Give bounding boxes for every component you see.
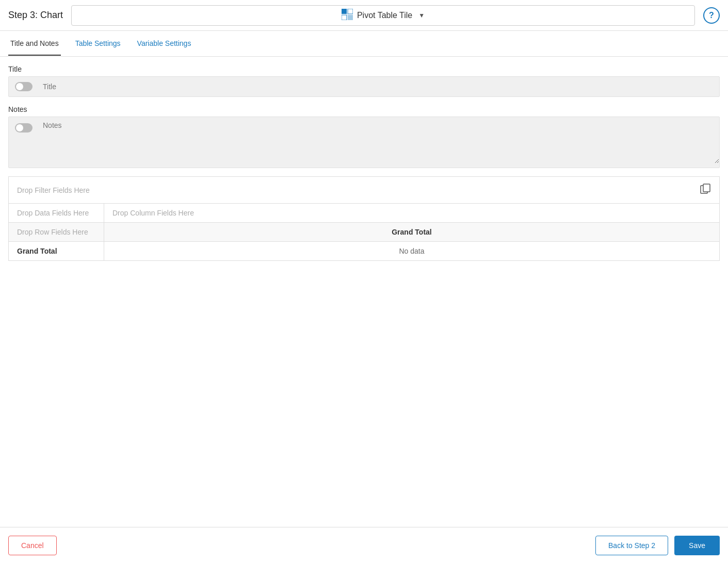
tile-name: Pivot Table Tile (357, 11, 412, 20)
notes-row (8, 117, 720, 168)
row-grand-header-row: Drop Row Fields Here Grand Total (9, 223, 719, 242)
grand-total-data-row: Grand Total No data (9, 242, 719, 260)
tab-table-settings[interactable]: Table Settings (73, 32, 123, 56)
column-fields-drop-zone[interactable]: Drop Column Fields Here (104, 204, 719, 222)
title-input[interactable] (39, 82, 719, 91)
notes-textarea[interactable] (39, 117, 719, 163)
pivot-table-area: Drop Filter Fields Here Drop Data Fields… (8, 176, 720, 261)
filter-row: Drop Filter Fields Here (9, 177, 719, 204)
title-row (8, 76, 720, 97)
cancel-button[interactable]: Cancel (8, 536, 57, 555)
help-button[interactable]: ? (703, 7, 720, 24)
main-content: Title Notes Drop Filter Fields Here (0, 57, 728, 261)
grand-total-header: Grand Total (104, 223, 719, 241)
notes-toggle-wrap (9, 117, 39, 139)
save-button[interactable]: Save (674, 536, 720, 555)
pivot-table-icon (342, 9, 353, 22)
svg-rect-1 (348, 9, 353, 14)
back-to-step-button[interactable]: Back to Step 2 (595, 536, 668, 555)
title-toggle-wrap (9, 82, 39, 91)
notes-section: Notes (8, 105, 720, 168)
copy-layout-icon[interactable] (700, 183, 711, 197)
notes-toggle[interactable] (15, 123, 33, 133)
header: Step 3: Chart Pivot Table Tile ▼ ? (0, 0, 728, 31)
svg-rect-5 (703, 184, 710, 192)
data-fields-drop-zone[interactable]: Drop Data Fields Here (9, 204, 104, 222)
row-fields-drop-zone[interactable]: Drop Row Fields Here (9, 223, 104, 241)
dropdown-arrow-icon: ▼ (418, 12, 425, 19)
grand-total-label: Grand Total (9, 242, 104, 260)
filter-drop-zone[interactable]: Drop Filter Fields Here (17, 186, 90, 194)
title-section-label: Title (8, 65, 720, 73)
step-title: Step 3: Chart (8, 10, 63, 21)
tab-variable-settings[interactable]: Variable Settings (135, 32, 193, 56)
tabs-bar: Title and Notes Table Settings Variable … (0, 31, 728, 57)
svg-rect-3 (348, 15, 353, 20)
notes-section-label: Notes (8, 105, 720, 113)
tab-title-notes[interactable]: Title and Notes (8, 32, 61, 56)
svg-rect-2 (342, 15, 347, 20)
data-column-row: Drop Data Fields Here Drop Column Fields… (9, 204, 719, 223)
footer: Cancel Back to Step 2 Save (0, 527, 728, 563)
tile-selector[interactable]: Pivot Table Tile ▼ (71, 5, 695, 26)
title-toggle[interactable] (15, 82, 33, 91)
footer-right: Back to Step 2 Save (595, 536, 720, 555)
no-data-cell: No data (104, 242, 719, 260)
svg-rect-0 (342, 9, 347, 14)
